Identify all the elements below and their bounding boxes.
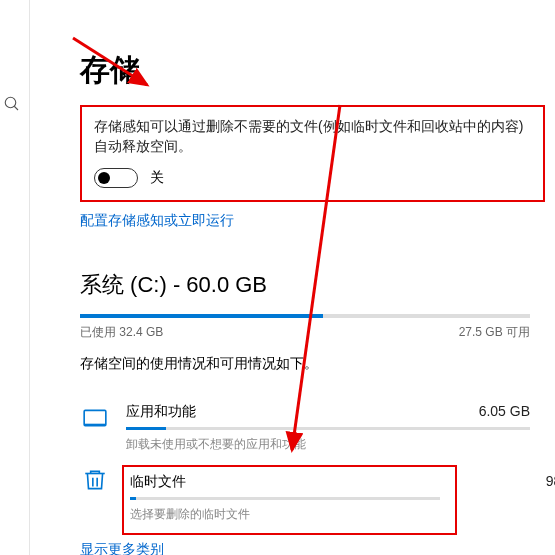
category-temp-files[interactable]: 临时文件 986 MB 选择要删除的临时文件	[122, 465, 457, 535]
apps-size: 6.05 GB	[479, 403, 530, 421]
apps-sub: 卸载未使用或不想要的应用和功能	[126, 436, 530, 453]
storage-sense-toggle-label: 关	[150, 169, 164, 187]
apps-bar-fill	[126, 427, 166, 430]
show-more-categories-link[interactable]: 显示更多类别	[80, 541, 555, 555]
apps-icon	[80, 403, 110, 433]
svg-rect-2	[84, 411, 106, 426]
storage-sense-description: 存储感知可以通过删除不需要的文件(例如临时文件和回收站中的内容)自动释放空间。	[94, 117, 531, 156]
usage-description: 存储空间的使用情况和可用情况如下。	[80, 355, 555, 373]
page-title: 存储	[80, 50, 555, 91]
svg-line-1	[14, 106, 18, 110]
left-rail	[0, 0, 30, 555]
drive-usage-bar	[80, 314, 530, 318]
trash-icon	[80, 465, 110, 495]
drive-free-label: 27.5 GB 可用	[459, 324, 530, 341]
drive-usage-bar-fill	[80, 314, 323, 318]
toggle-knob	[98, 172, 110, 184]
storage-sense-section: 存储感知可以通过删除不需要的文件(例如临时文件和回收站中的内容)自动释放空间。 …	[80, 105, 545, 202]
search-icon[interactable]	[3, 95, 23, 115]
svg-point-0	[5, 97, 16, 108]
storage-sense-toggle[interactable]	[94, 168, 138, 188]
configure-storage-sense-link[interactable]: 配置存储感知或立即运行	[80, 212, 555, 230]
apps-bar	[126, 427, 530, 430]
temp-title: 临时文件	[130, 473, 186, 491]
category-apps[interactable]: 应用和功能 6.05 GB 卸载未使用或不想要的应用和功能	[80, 393, 530, 465]
temp-bar-fill	[130, 497, 136, 500]
temp-size: 986 MB	[546, 473, 555, 491]
temp-bar	[130, 497, 440, 500]
system-drive-heading: 系统 (C:) - 60.0 GB	[80, 270, 555, 300]
temp-sub: 选择要删除的临时文件	[130, 506, 449, 523]
drive-used-label: 已使用 32.4 GB	[80, 324, 163, 341]
apps-title: 应用和功能	[126, 403, 196, 421]
